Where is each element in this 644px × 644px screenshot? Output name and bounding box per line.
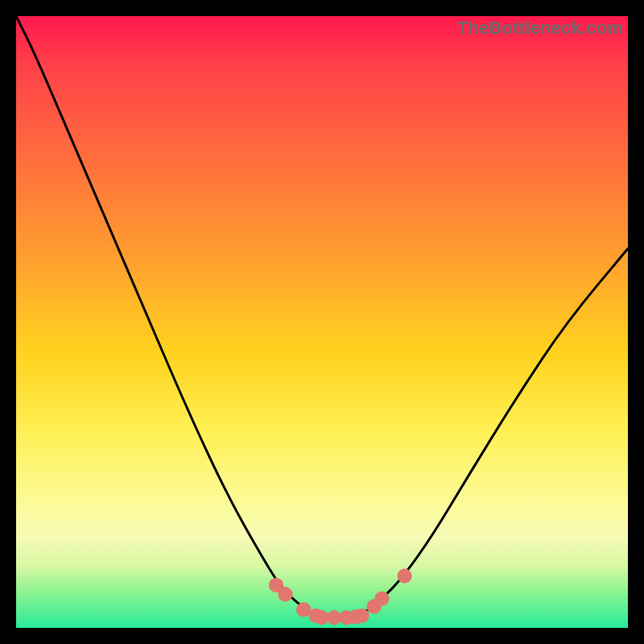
curve-markers [269,568,412,625]
plot-area: TheBottleneck.com [16,16,628,628]
curve-marker [398,568,412,583]
curve-marker [354,609,369,623]
curve-marker [278,587,292,601]
curve-layer [16,16,628,628]
curve-marker [374,591,389,605]
bottleneck-curve [16,16,628,616]
chart-frame: TheBottleneck.com [0,0,644,644]
